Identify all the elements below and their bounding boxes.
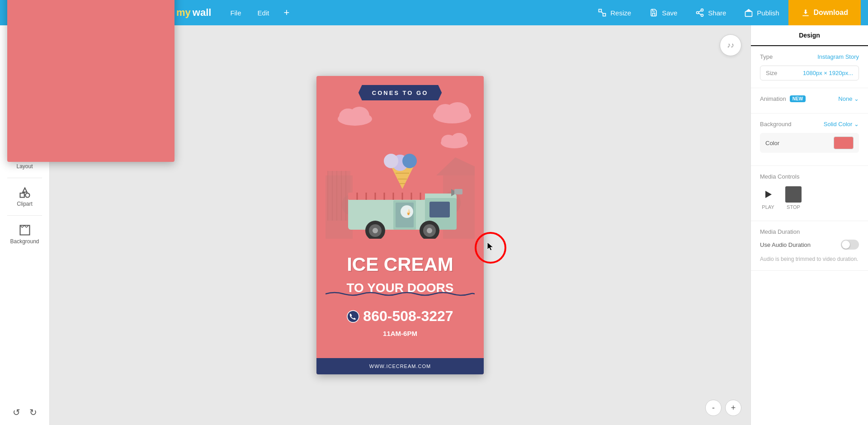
animation-value[interactable]: None ⌄ — [838, 95, 859, 102]
toggle-knob — [842, 241, 850, 249]
save-button[interactable]: Save — [640, 0, 686, 25]
zoom-in-button[interactable]: + — [725, 400, 741, 416]
poster-bottom-bar: WWW.ICECREAM.COM — [316, 358, 484, 374]
size-label: Size — [766, 70, 777, 76]
svg-rect-14 — [20, 193, 24, 197]
tab-design[interactable]: Design — [751, 25, 868, 46]
file-menu[interactable]: File — [222, 0, 249, 25]
share-label: Share — [708, 9, 726, 17]
edit-menu[interactable]: Edit — [250, 0, 278, 25]
type-row: Type Instagram Story — [760, 53, 859, 60]
poster-canvas: 🍦 — [316, 76, 484, 374]
phone-icon — [347, 310, 359, 323]
type-value: Instagram Story — [817, 53, 859, 60]
bg-label: Background — [760, 121, 791, 128]
logo-wall: wall — [193, 7, 212, 19]
poster-website: WWW.ICECREAM.COM — [369, 364, 431, 369]
media-duration-title: Media Duration — [760, 228, 859, 235]
svg-point-20 — [446, 102, 469, 122]
publish-label: Publish — [757, 9, 779, 17]
new-badge: NEW — [790, 95, 806, 102]
color-swatch[interactable] — [834, 137, 854, 149]
sidebar-item-clipart[interactable]: Clipart — [0, 180, 49, 213]
zoom-out-button[interactable]: - — [705, 400, 722, 416]
share-button[interactable]: Share — [686, 0, 735, 25]
svg-point-69 — [347, 311, 359, 322]
cursor-arrow — [486, 241, 495, 254]
media-duration-section: Media Duration Use Audio Duration Audio … — [751, 221, 868, 271]
phone-number: 860-508-3227 — [363, 308, 453, 325]
media-controls-row: PLAY STOP — [760, 186, 859, 210]
svg-point-13 — [25, 193, 29, 197]
save-label: Save — [662, 9, 677, 17]
play-control: PLAY — [760, 186, 776, 210]
poster-hours: 11AM-6PM — [316, 330, 484, 337]
poster-banner-text: CONES TO GO — [372, 90, 429, 96]
color-row: Color — [760, 133, 859, 153]
sidebar-item-background[interactable]: Background — [0, 217, 49, 251]
logo-poster: poster — [7, 0, 175, 162]
animation-row: Animation NEW None ⌄ — [760, 95, 859, 102]
resize-button[interactable]: Resize — [589, 0, 640, 25]
animation-label: Animation — [760, 95, 786, 102]
publish-icon — [744, 8, 753, 17]
zoom-minus-icon: - — [712, 403, 715, 413]
publish-button[interactable]: Publish — [735, 0, 788, 25]
sidebar-divider-4 — [7, 178, 42, 178]
undo-redo-controls: ↺ ↻ — [8, 400, 42, 425]
play-button[interactable] — [760, 186, 776, 203]
svg-point-2 — [701, 9, 703, 11]
redo-button[interactable]: ↻ — [25, 404, 42, 420]
background-label: Background — [10, 238, 39, 245]
save-icon — [649, 8, 658, 17]
svg-point-64 — [373, 228, 378, 233]
svg-marker-32 — [436, 157, 475, 175]
type-label: Type — [760, 53, 773, 60]
poster-banner: CONES TO GO — [359, 85, 442, 100]
sidebar-divider-5 — [7, 215, 42, 216]
poster-phone: 860-508-3227 — [316, 308, 484, 325]
undo-button[interactable]: ↺ — [8, 404, 25, 420]
svg-point-59 — [384, 154, 398, 168]
right-panel: Design Type Instagram Story Size 1080px … — [750, 25, 868, 425]
use-audio-label: Use Audio Duration — [760, 241, 811, 248]
bg-value[interactable]: Solid Color ⌄ — [824, 121, 859, 128]
svg-text:🍦: 🍦 — [405, 208, 412, 215]
stop-control: STOP — [785, 186, 802, 210]
music-icon: ♪♪ — [727, 41, 734, 49]
audio-note: Audio is being trimmed to video duration… — [760, 255, 859, 263]
svg-point-67 — [427, 228, 432, 233]
logo-my: my — [176, 7, 191, 19]
play-icon — [763, 189, 774, 200]
stop-label: STOP — [787, 204, 800, 210]
svg-point-17 — [349, 107, 369, 125]
background-section: Background Solid Color ⌄ Color — [751, 113, 868, 166]
layout-label: Layout — [16, 163, 33, 170]
bg-row: Background Solid Color ⌄ — [760, 121, 859, 128]
panel-tabs: Design — [751, 25, 868, 46]
download-icon — [801, 8, 810, 17]
add-button[interactable]: + — [277, 0, 296, 25]
topbar: postermywall File Edit + Resize Save Sha… — [0, 0, 868, 25]
svg-point-3 — [697, 12, 699, 14]
size-box[interactable]: Size 1080px × 1920px... — [760, 66, 859, 80]
use-audio-toggle[interactable] — [841, 240, 859, 250]
background-icon — [19, 224, 31, 236]
logo[interactable]: postermywall — [7, 0, 211, 162]
share-icon — [695, 8, 704, 17]
wave-decoration — [326, 290, 475, 298]
svg-rect-61 — [454, 189, 462, 194]
media-controls-title: Media Controls — [760, 173, 859, 180]
stop-button[interactable] — [785, 186, 802, 203]
svg-point-4 — [701, 14, 703, 16]
download-button[interactable]: Download — [788, 0, 861, 25]
resize-icon — [598, 8, 607, 17]
type-size-section: Type Instagram Story Size 1080px × 1920p… — [751, 46, 868, 88]
color-label: Color — [765, 140, 779, 146]
music-button[interactable]: ♪♪ — [720, 34, 741, 56]
svg-rect-5 — [745, 12, 752, 17]
media-controls-section: Media Controls PLAY STOP — [751, 166, 868, 221]
play-label: PLAY — [762, 204, 774, 210]
svg-rect-39 — [429, 202, 450, 217]
svg-rect-0 — [599, 9, 602, 12]
